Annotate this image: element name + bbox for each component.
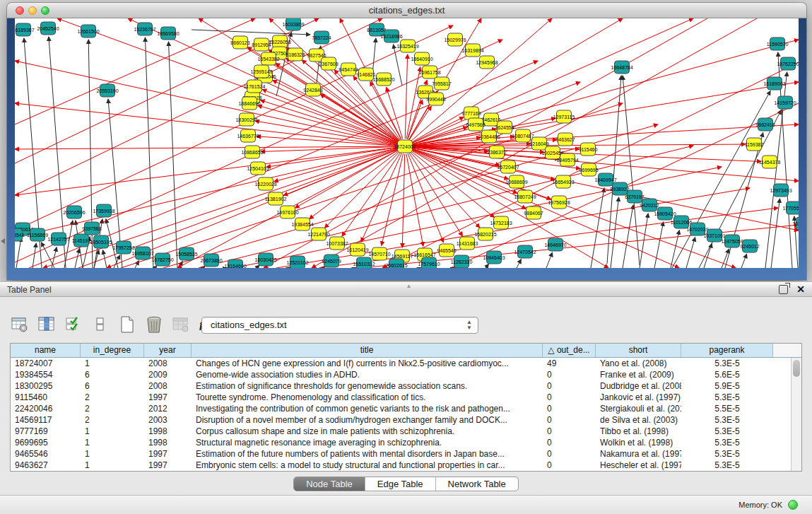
teal-node-18669580[interactable]: 18669580	[157, 27, 179, 40]
yellow-node-15688520[interactable]: 15688520	[372, 73, 394, 86]
table-row[interactable]: 1830029562008Estimation of significance …	[11, 380, 801, 392]
yellow-node-11454378[interactable]: 11454378	[759, 156, 781, 168]
teal-node-12520102[interactable]: 12520102	[286, 256, 308, 268]
yellow-node-16654923[interactable]: 16654923	[552, 175, 574, 188]
yellow-node-10688609[interactable]: 10688609	[505, 175, 527, 188]
yellow-node-7955817[interactable]: 7955817	[432, 77, 451, 90]
window-titlebar[interactable]: citations_edges.txt	[7, 3, 806, 18]
teal-node-7857224[interactable]: 7857224	[312, 31, 331, 44]
yellow-node-12214790[interactable]: 12214790	[307, 228, 329, 240]
teal-node-9397588[interactable]: 9397588	[82, 222, 101, 235]
yellow-node-15029976[interactable]: 15029976	[444, 33, 466, 46]
tab-node-table[interactable]: Node Table	[294, 477, 365, 491]
merge-icon[interactable]	[90, 315, 110, 334]
column-header-short[interactable]: short	[596, 344, 681, 357]
teal-node-8938923[interactable]: 8938923	[610, 182, 629, 195]
yellow-node-19756928[interactable]: 19756928	[548, 196, 570, 209]
collapse-panel-arrow-icon[interactable]	[1, 238, 5, 244]
table-row[interactable]: 911546021997Tourette syndrome. Phenomeno…	[11, 392, 801, 403]
yellow-node-1159387[interactable]: 1159387	[745, 138, 764, 151]
teal-node-11282310[interactable]: 11282310	[451, 255, 473, 268]
teal-node-16648784[interactable]: 16648784	[611, 61, 632, 74]
yellow-node-3624554[interactable]: 3624554	[495, 121, 514, 134]
yellow-node-2367608[interactable]: 2367608	[319, 57, 338, 70]
tab-network-table[interactable]: Network Table	[436, 477, 518, 491]
tab-edge-table[interactable]: Edge Table	[365, 477, 436, 491]
column-header-pagerank[interactable]: pagerank	[681, 344, 773, 357]
table-row[interactable]: 969969511998Structural magnetic resonanc…	[11, 437, 801, 448]
teal-node-9245012[interactable]: 9245012	[740, 240, 759, 252]
citation-network-graph[interactable]: 1872400786601238912954182260589827508165…	[15, 18, 799, 268]
vertical-scrollbar[interactable]	[791, 358, 801, 471]
teal-node-9245079[interactable]: 9245079	[322, 255, 341, 267]
teal-node-1145191[interactable]: 1145191	[72, 234, 91, 247]
table-row[interactable]: 1938455462009Genome-wide association stu…	[11, 369, 801, 380]
yellow-node-11381902[interactable]: 11381902	[265, 192, 287, 205]
yellow-node-11431683[interactable]: 11431683	[457, 237, 478, 250]
network-view-canvas[interactable]: 1872400786601238912954182260589827508165…	[15, 18, 799, 268]
yellow-node-9465546[interactable]: 9465546	[437, 244, 456, 257]
teal-node-12470542[interactable]: 12470542	[514, 245, 536, 258]
column-header-name[interactable]: name	[11, 344, 81, 357]
teal-node-16189003[interactable]: 16189003	[763, 77, 785, 90]
table-row[interactable]: 2242004622012Investigating the contribut…	[11, 403, 801, 414]
panel-resize-grabber-icon[interactable]: ▲	[406, 283, 412, 289]
yellow-node-12945968[interactable]: 12945968	[476, 56, 498, 69]
teal-node-18030425[interactable]: 18030425	[254, 253, 276, 266]
table-row[interactable]: 946362711997Embryonic stem cells: a mode…	[11, 460, 801, 471]
teal-node-14159720[interactable]: 14159720	[774, 96, 796, 109]
teal-node-16189367[interactable]: 16189367	[15, 23, 35, 36]
close-panel-icon[interactable]: ✕	[796, 284, 805, 295]
yellow-node-9115460[interactable]: 9115460	[579, 143, 598, 156]
teal-node-9662410[interactable]: 9662410	[755, 118, 775, 131]
teal-node-20553190[interactable]: 20553190	[96, 84, 118, 97]
yellow-node-16220028[interactable]: 16220028	[254, 177, 276, 190]
column-select-icon[interactable]	[37, 315, 56, 334]
table-selector-dropdown[interactable]: citations_edges.txt ▲▼	[201, 317, 478, 334]
teal-node-15058535[interactable]: 15058535	[175, 247, 197, 260]
yellow-node-18226058[interactable]: 18226058	[269, 35, 290, 48]
select-rows-icon[interactable]	[64, 315, 83, 334]
yellow-node-16120419[interactable]: 16120419	[346, 243, 368, 256]
teal-node-6379197[interactable]: 6379197	[625, 190, 644, 203]
table-row[interactable]: 946554611997Estimation of the future num…	[11, 448, 801, 460]
yellow-node-9990448[interactable]: 9990448	[426, 93, 445, 105]
column-header-year[interactable]: year	[144, 344, 192, 357]
teal-node-15236787[interactable]: 15236787	[134, 23, 155, 35]
teal-node-20206596[interactable]: 20206596	[63, 206, 85, 218]
yellow-node-11761524[interactable]: 11761524	[244, 80, 266, 93]
table-row[interactable]: 1872400712008Changes of HCN gene express…	[11, 358, 801, 369]
teal-node-20673880[interactable]: 20673880	[200, 254, 222, 267]
yellow-node-7386372[interactable]: 7386372	[487, 146, 506, 158]
column-header-in_degree[interactable]: in_degree	[81, 344, 144, 357]
table-row[interactable]: 977716911998Corpus callosum shape and si…	[11, 426, 801, 437]
yellow-node-18300295[interactable]: 18300295	[235, 113, 257, 126]
teal-node-16033809[interactable]: 16033809	[282, 18, 304, 30]
teal-node-16905420[interactable]: 16905420	[654, 207, 676, 220]
teal-node-14646970[interactable]: 14646970	[544, 238, 566, 251]
teal-node-10946403[interactable]: 10946403	[483, 251, 505, 264]
teal-node-17705540[interactable]: 17705540	[782, 201, 799, 214]
new-document-icon[interactable]	[117, 315, 136, 334]
table-panel-header[interactable]: Table Panel ▲ ✕	[0, 281, 812, 297]
yellow-node-14636778[interactable]: 14636778	[237, 129, 259, 142]
teal-node-12142757[interactable]: 12142757	[47, 233, 69, 245]
teal-node-16510332[interactable]: 16510332	[353, 257, 375, 268]
yellow-node-6497568[interactable]: 6497568	[466, 118, 485, 131]
teal-node-13505195[interactable]: 13505195	[90, 235, 112, 248]
yellow-node-18640910[interactable]: 18640910	[411, 52, 433, 65]
yellow-node-14732183[interactable]: 14732183	[490, 216, 512, 229]
delete-table-icon[interactable]	[144, 315, 163, 334]
yellow-node-9777169[interactable]: 9777169	[461, 107, 481, 119]
teal-node-18762250[interactable]: 18762250	[777, 57, 799, 70]
table-settings-icon[interactable]	[10, 315, 29, 334]
yellow-node-9699695[interactable]: 9699695	[579, 163, 598, 176]
teal-node-16782750[interactable]: 16782750	[151, 253, 173, 266]
yellow-node-8186328[interactable]: 8186328	[286, 48, 305, 61]
teal-node-11590570[interactable]: 11590570	[767, 37, 789, 50]
column-header-out_de[interactable]: △ out_de...	[543, 344, 596, 357]
yellow-node-8660123[interactable]: 8660123	[230, 36, 249, 49]
scrollbar-thumb[interactable]	[793, 360, 800, 377]
yellow-node-9884067[interactable]: 9884067	[524, 206, 543, 219]
yellow-node-19384554[interactable]: 19384554	[291, 218, 313, 230]
